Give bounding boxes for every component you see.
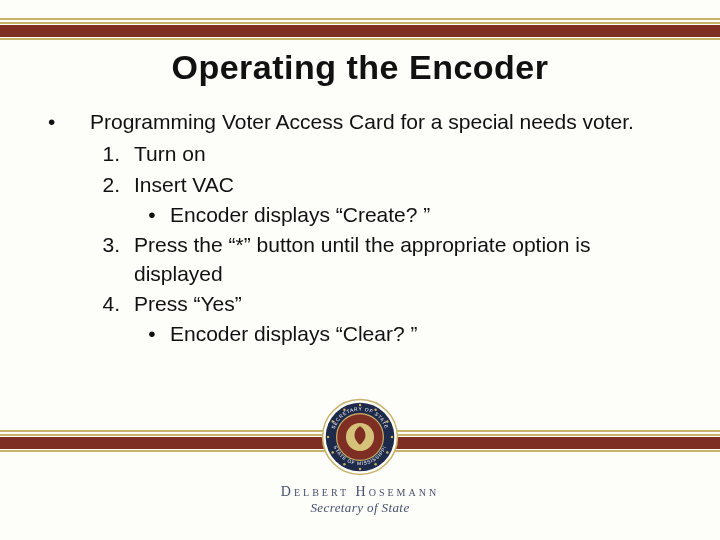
- bullet-icon: •: [134, 320, 170, 348]
- list-item: 4. Press “Yes”: [84, 290, 678, 318]
- intro-text: Programming Voter Access Card for a spec…: [90, 108, 678, 136]
- svg-point-10: [359, 468, 361, 470]
- svg-point-8: [386, 451, 388, 453]
- bullet-icon: •: [42, 108, 90, 136]
- bullet-icon: •: [134, 201, 170, 229]
- footer-subtitle: Secretary of State: [310, 500, 409, 516]
- step-text: Insert VAC: [134, 171, 678, 199]
- svg-point-4: [359, 404, 361, 406]
- steps-list: 1. Turn on 2. Insert VAC • Encoder displ…: [84, 140, 678, 348]
- svg-point-13: [327, 436, 329, 438]
- step-text: Press “Yes”: [134, 290, 678, 318]
- sub-text: Encoder displays “Create? ”: [170, 201, 678, 229]
- footer: SECRETARY OF STATE STATE OF MISSISSIPPI …: [0, 418, 720, 528]
- step-number: 4.: [84, 290, 134, 318]
- step-number: 1.: [84, 140, 134, 168]
- step-number: 2.: [84, 171, 134, 199]
- divider-gold-line: [0, 18, 720, 20]
- step-text: Press the “*” button until the appropria…: [134, 231, 678, 288]
- step-number: 3.: [84, 231, 134, 288]
- state-seal-icon: SECRETARY OF STATE STATE OF MISSISSIPPI: [321, 398, 399, 480]
- svg-point-11: [343, 463, 345, 465]
- intro-bullet: • Programming Voter Access Card for a sp…: [42, 108, 678, 136]
- list-item: 1. Turn on: [84, 140, 678, 168]
- page-title: Operating the Encoder: [0, 48, 720, 87]
- svg-point-9: [374, 463, 376, 465]
- top-divider: [0, 18, 720, 40]
- divider-gold-line: [0, 22, 720, 24]
- content-area: • Programming Voter Access Card for a sp…: [42, 108, 678, 349]
- footer-name: Delbert Hosemann: [281, 484, 439, 500]
- divider-stack: [0, 18, 720, 40]
- sub-bullet: • Encoder displays “Create? ”: [134, 201, 678, 229]
- slide: Operating the Encoder • Programming Vote…: [0, 0, 720, 540]
- sub-bullet: • Encoder displays “Clear? ”: [134, 320, 678, 348]
- step-text: Turn on: [134, 140, 678, 168]
- list-item: 3. Press the “*” button until the approp…: [84, 231, 678, 288]
- footer-name-text: Delbert Hosemann: [281, 484, 439, 499]
- svg-point-7: [391, 436, 393, 438]
- divider-red-bar: [0, 25, 720, 37]
- divider-gold-line: [0, 38, 720, 40]
- sub-text: Encoder displays “Clear? ”: [170, 320, 678, 348]
- svg-point-12: [331, 451, 333, 453]
- list-item: 2. Insert VAC: [84, 171, 678, 199]
